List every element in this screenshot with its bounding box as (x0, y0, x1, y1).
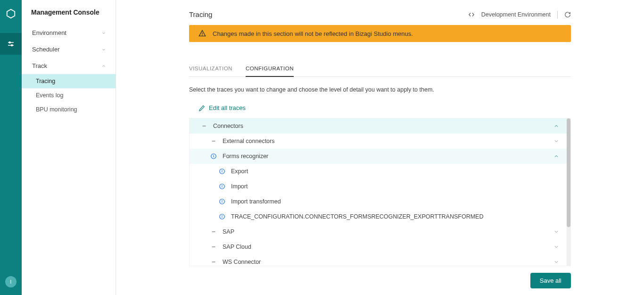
info-icon (210, 153, 217, 160)
logo-icon (6, 8, 16, 19)
user-badge[interactable]: I (5, 276, 17, 287)
tab-configuration[interactable]: CONFIGURATION (246, 62, 294, 77)
tree-row-label: SAP (223, 228, 553, 235)
tree-row[interactable]: Import transformed (190, 194, 570, 209)
divider (557, 11, 558, 18)
sidebar-subitem-tracing[interactable]: Tracing (22, 74, 116, 88)
sidebar: Management Console Environment Scheduler… (22, 0, 116, 295)
tree-row[interactable]: Connectors (190, 118, 570, 134)
header-actions: Development Environment (468, 11, 571, 18)
chevron-down-icon (553, 229, 559, 235)
page-title: Tracing (189, 10, 212, 18)
save-all-button[interactable]: Save all (530, 273, 571, 288)
chevron-down-icon (101, 31, 106, 35)
chevron-down-icon (553, 259, 559, 265)
info-icon (219, 213, 225, 220)
tree-row[interactable]: WS Connector (190, 254, 570, 266)
tree-row-label: TRACE_CONFIGURATION.CONNECTORS_FORMSRECO… (231, 213, 559, 220)
instruction-text: Select the traces you want to change and… (189, 86, 571, 93)
tree-row[interactable]: SAP (190, 224, 570, 239)
svg-marker-0 (7, 9, 15, 18)
nav-rail: I (0, 0, 22, 295)
info-icon (219, 183, 225, 190)
edit-all-label: Edit all traces (209, 104, 246, 111)
svg-point-15 (222, 170, 223, 170)
tree-row-label: Connectors (213, 123, 553, 129)
chevron-up-icon (553, 153, 559, 159)
svg-point-24 (222, 215, 223, 216)
tree-row-label: Export (231, 168, 559, 175)
refresh-icon[interactable] (564, 11, 571, 18)
svg-point-12 (214, 155, 214, 155)
sidebar-subitem-bpu-monitoring[interactable]: BPU monitoring (22, 102, 116, 117)
edit-all-link[interactable]: Edit all traces (189, 101, 571, 118)
scrollbar[interactable] (567, 118, 570, 266)
tree-row[interactable]: SAP Cloud (190, 239, 570, 254)
sliders-icon (7, 40, 15, 48)
sidebar-item-environment[interactable]: Environment (22, 25, 116, 41)
sidebar-item-label: Scheduler (32, 46, 60, 53)
tree-row-label: Forms recognizer (223, 153, 553, 160)
tab-visualization[interactable]: VISUALIZATION (189, 62, 232, 76)
info-icon (219, 168, 225, 175)
svg-point-21 (222, 200, 223, 201)
tree-row-label: WS Connector (223, 259, 553, 265)
sidebar-item-label: Track (32, 62, 47, 69)
warning-icon (198, 30, 206, 37)
sidebar-item-track[interactable]: Track (22, 58, 116, 74)
tree-row[interactable]: External connectors (190, 134, 570, 149)
environment-label[interactable]: Development Environment (481, 11, 551, 18)
chevron-up-icon (553, 123, 559, 129)
tabs: VISUALIZATION CONFIGURATION (189, 62, 571, 77)
tree-row-label: Import (231, 183, 559, 190)
minus-icon (201, 123, 207, 129)
tree-row[interactable]: Forms recognizer (190, 149, 570, 164)
chevron-up-icon (101, 64, 106, 68)
svg-point-7 (202, 35, 203, 35)
scrollbar-thumb[interactable] (567, 118, 570, 227)
chevron-down-icon (101, 47, 106, 52)
footer: Save all (116, 266, 644, 295)
sidebar-item-label: Environment (32, 29, 66, 36)
minus-icon (211, 259, 216, 265)
minus-icon (211, 229, 216, 235)
page-header: Tracing Development Environment (189, 10, 571, 18)
warning-banner: Changes made in this section will not be… (189, 25, 571, 42)
svg-point-18 (222, 185, 223, 185)
svg-point-4 (11, 45, 13, 46)
tree-row[interactable]: TRACE_CONFIGURATION.CONNECTORS_FORMSRECO… (190, 209, 570, 224)
svg-point-2 (9, 42, 10, 43)
code-icon[interactable] (468, 11, 475, 18)
main-content: Tracing Development Environment Changes … (116, 0, 644, 295)
trace-tree: ConnectorsExternal connectorsForms recog… (189, 118, 571, 266)
sidebar-item-scheduler[interactable]: Scheduler (22, 41, 116, 58)
minus-icon (211, 138, 216, 144)
sidebar-title: Management Console (22, 8, 116, 25)
pencil-icon (198, 105, 205, 111)
tree-row-label: Import transformed (231, 198, 559, 205)
tree-row[interactable]: Import (190, 179, 570, 194)
settings-rail-button[interactable] (0, 33, 22, 55)
tree-row-label: SAP Cloud (223, 244, 553, 250)
info-icon (219, 198, 225, 205)
minus-icon (211, 244, 216, 250)
banner-text: Changes made in this section will not be… (213, 30, 413, 37)
tree-row-label: External connectors (223, 138, 553, 144)
chevron-down-icon (553, 244, 559, 250)
chevron-down-icon (553, 138, 559, 144)
tree-row[interactable]: Export (190, 164, 570, 179)
sidebar-subitem-events-log[interactable]: Events log (22, 88, 116, 102)
